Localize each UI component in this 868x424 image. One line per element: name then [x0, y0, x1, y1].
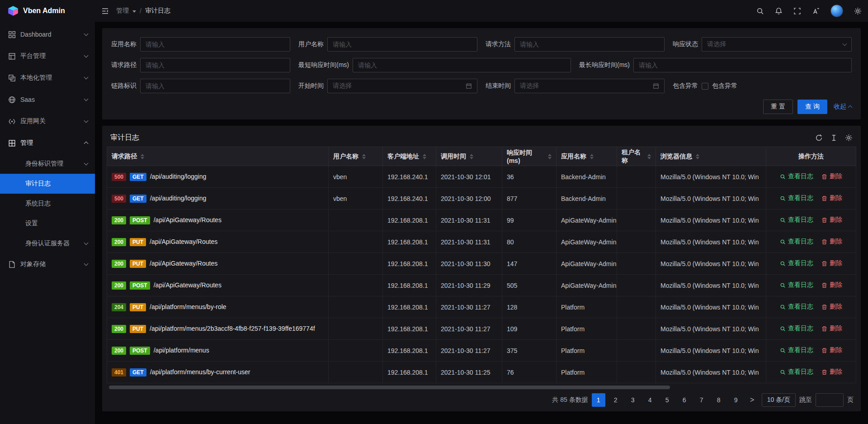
page-button-1[interactable]: 1 [592, 393, 605, 407]
delete-link[interactable]: 删除 [821, 194, 842, 202]
col-client-ip[interactable]: 客户端地址 [383, 147, 436, 166]
col-app-name[interactable]: 应用名称 [557, 147, 617, 166]
app-name-input[interactable] [140, 37, 290, 52]
page-button-7[interactable]: 7 [695, 393, 708, 407]
sort-icon[interactable] [590, 154, 594, 159]
sidebar-item-dashboard[interactable]: Dashboard [0, 24, 95, 45]
start-time-picker[interactable]: 请选择 [327, 79, 477, 93]
page-button-5[interactable]: 5 [660, 393, 674, 407]
end-time-picker[interactable]: 请选择 [514, 79, 665, 93]
gear-icon[interactable] [854, 7, 862, 15]
translate-icon[interactable] [812, 7, 820, 15]
sidebar-item-management[interactable]: 管理 [0, 132, 95, 154]
delete-link[interactable]: 删除 [821, 172, 842, 181]
fullscreen-icon[interactable] [793, 7, 801, 15]
view-log-link[interactable]: 查看日志 [780, 368, 813, 376]
sort-icon[interactable] [141, 154, 144, 159]
view-log-link[interactable]: 查看日志 [780, 216, 813, 224]
jump-page-input[interactable] [816, 393, 844, 407]
request-path-input[interactable] [140, 58, 290, 72]
collapse-link[interactable]: 收起 [834, 103, 852, 111]
sort-icon[interactable] [423, 154, 426, 159]
search-form: 应用名称 用户名称 请求方法 响应状态 请选择 [111, 37, 852, 114]
delete-link[interactable]: 删除 [821, 216, 842, 224]
col-request-path[interactable]: 请求路径 [107, 147, 329, 166]
bell-icon[interactable] [775, 7, 783, 15]
sort-icon[interactable] [647, 154, 651, 159]
app-name-cell: Platform [557, 362, 617, 383]
view-log-link[interactable]: 查看日志 [780, 324, 813, 333]
page-list: 123456789 [592, 393, 743, 407]
view-log-link[interactable]: 查看日志 [780, 194, 813, 202]
logo[interactable]: Vben Admin [0, 0, 95, 22]
has-exception-checkbox[interactable] [702, 83, 708, 90]
col-user-name[interactable]: 用户名称 [329, 147, 383, 166]
method-badge: POST [130, 216, 150, 224]
page-size-select[interactable]: 10 条/页 [762, 393, 796, 407]
view-log-link[interactable]: 查看日志 [780, 346, 813, 354]
col-elapsed[interactable]: 响应时间(ms) [502, 147, 557, 166]
sidebar-item-object-storage[interactable]: 对象存储 [0, 253, 95, 275]
delete-link[interactable]: 删除 [821, 259, 842, 267]
column-height-icon[interactable] [830, 134, 838, 142]
sidebar-item-platform[interactable]: 平台管理 [0, 45, 95, 67]
min-elapsed-input[interactable] [353, 58, 571, 72]
sidebar-item-identity-server[interactable]: 身份认证服务器 [0, 233, 95, 253]
page-button-4[interactable]: 4 [643, 393, 657, 407]
view-log-link[interactable]: 查看日志 [780, 259, 813, 267]
page-button-6[interactable]: 6 [678, 393, 691, 407]
refresh-icon[interactable] [815, 134, 823, 142]
breadcrumb-current: 审计日志 [145, 7, 170, 15]
sort-icon[interactable] [696, 154, 699, 159]
sort-icon[interactable] [362, 154, 366, 159]
request-path: /api/auditing/logging [150, 173, 207, 180]
breadcrumb-management[interactable]: 管理 [116, 7, 129, 15]
menu-fold-icon[interactable] [101, 7, 109, 15]
browser-cell: Mozilla/5.0 (Windows NT 10.0; Win [656, 166, 766, 188]
sidebar-item-settings[interactable]: 设置 [0, 214, 95, 233]
delete-link[interactable]: 删除 [821, 368, 842, 376]
page-button-2[interactable]: 2 [609, 393, 623, 407]
query-button[interactable]: 查 询 [797, 100, 827, 114]
delete-link[interactable]: 删除 [821, 324, 842, 333]
column-settings-icon[interactable] [845, 134, 853, 142]
page-button-8[interactable]: 8 [712, 393, 726, 407]
user-name-input[interactable] [327, 37, 477, 52]
request-method-input[interactable] [514, 37, 665, 52]
next-page-button[interactable]: > [746, 393, 758, 407]
sidebar-item-identity-management[interactable]: 身份标识管理 [0, 154, 95, 174]
col-call-time[interactable]: 调用时间 [436, 147, 502, 166]
dashboard-icon [8, 31, 16, 38]
page-button-9[interactable]: 9 [729, 393, 743, 407]
scrollbar-thumb[interactable] [109, 386, 670, 389]
view-log-link[interactable]: 查看日志 [780, 172, 813, 181]
delete-link[interactable]: 删除 [821, 238, 842, 246]
sidebar-item-localization[interactable]: 本地化管理 [0, 67, 95, 89]
sidebar-item-system-log[interactable]: 系统日志 [0, 194, 95, 214]
response-status-select[interactable]: 请选择 [702, 37, 852, 52]
reset-button[interactable]: 重 置 [763, 100, 793, 114]
sidebar-item-saas[interactable]: Saas [0, 89, 95, 110]
sidebar-item-audit-log[interactable]: 审计日志 [0, 174, 95, 194]
max-elapsed-input[interactable] [633, 58, 852, 72]
sidebar-item-gateway[interactable]: 应用网关 [0, 110, 95, 132]
tenant-cell [617, 296, 656, 318]
view-log-link[interactable]: 查看日志 [780, 303, 813, 311]
search-icon[interactable] [756, 7, 764, 15]
sort-icon[interactable] [470, 154, 473, 159]
elapsed-cell: 147 [502, 253, 557, 275]
tenant-cell [617, 362, 656, 383]
delete-link[interactable]: 删除 [821, 303, 842, 311]
delete-link[interactable]: 删除 [821, 281, 842, 289]
browser-cell: Mozilla/5.0 (Windows NT 10.0; Win [656, 340, 766, 362]
elapsed-cell: 505 [502, 275, 557, 296]
page-button-3[interactable]: 3 [626, 393, 640, 407]
view-log-link[interactable]: 查看日志 [780, 238, 813, 246]
avatar[interactable] [830, 5, 843, 17]
col-browser-info[interactable]: 浏览器信息 [656, 147, 766, 166]
view-log-link[interactable]: 查看日志 [780, 281, 813, 289]
col-tenant-name[interactable]: 租户名称 [617, 147, 656, 166]
trace-id-input[interactable] [140, 79, 290, 93]
delete-link[interactable]: 删除 [821, 346, 842, 354]
sort-icon[interactable] [548, 154, 552, 159]
